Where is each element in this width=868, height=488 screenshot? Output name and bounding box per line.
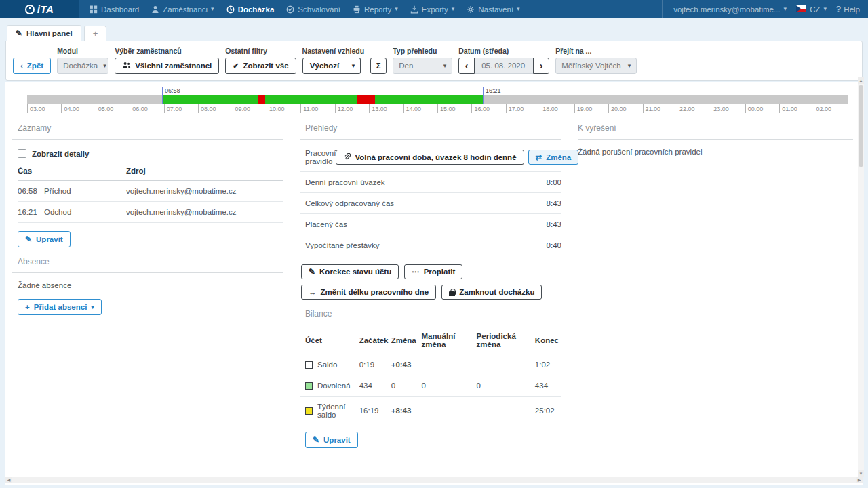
scroll-down-arrow-icon[interactable]: ▼ [858,470,864,477]
nav-item-zamestnanci[interactable]: Zaměstnanci ▾ [146,0,219,18]
type-select[interactable]: Den ▾ [393,58,452,74]
issues-title: K vyřešení [578,121,853,139]
date-prev-button[interactable]: ‹ [458,58,475,74]
date-next-button[interactable]: › [533,58,549,74]
issues-empty-text: Žádná porušení pracovních pravidel [578,140,853,157]
goto-label: Přejít na ... [555,47,637,55]
chevron-left-icon: ‹ [20,62,23,70]
timeline-tick: 03:00 [27,104,45,113]
stat-row: Vypočítané přestávky0:40 [300,235,561,256]
timeline-tick: 02:00 [814,104,832,113]
stat-label: Denní pracovní úvazek [305,178,385,186]
date-field[interactable]: 05. 08. 2020 [475,58,533,74]
main-content: 03:0004:0005:0006:0007:0008:0009:0010:00… [5,82,863,485]
divider [300,139,561,140]
nav-item-nastaveni[interactable]: Nastavení ▾ [461,0,525,18]
export-icon [410,5,418,14]
app-logo[interactable]: iTA [0,0,79,18]
stat-row: Placený čas8:43 [300,214,561,235]
issues-section: K vyřešení Žádná porušení pracovních pra… [578,121,853,448]
record-source: vojtech.merinsky@mobatime.cz [126,181,283,202]
view-caret-button[interactable]: ▾ [347,58,361,74]
user-menu[interactable]: vojtech.merinsky@mobatime... ▾ [673,5,787,14]
type-label: Typ přehledu [393,47,452,55]
sigma-button[interactable]: Σ [370,58,387,74]
tab-label: Hlavní panel [26,29,73,37]
timeline-bar[interactable] [27,95,848,104]
change-day-length-button[interactable]: ↔ Změnit délku pracovního dne [301,285,436,300]
records-section: Záznamy Zobrazit detaily Čas Zdroj 06:58… [12,121,283,448]
timeline-tick: 19:00 [574,104,593,113]
vertical-scrollbar-thumb[interactable] [859,85,863,167]
stat-value: 8:00 [547,178,561,186]
view-button[interactable]: Výchozí [302,58,347,74]
edit-balance-button[interactable]: ✎ Upravit [305,432,358,448]
nav-item-dashboard[interactable]: Dashboard [84,0,144,18]
add-tab-button[interactable]: + [84,26,107,41]
tab-hlavni-panel[interactable]: ✎ Hlavní panel [7,25,81,41]
timeline-tick: 00:00 [745,104,764,113]
user-icon [151,5,159,14]
goto-select[interactable]: Měřínský Vojtěch ▾ [555,58,637,74]
scroll-left-arrow-icon[interactable]: ◀ [5,477,12,483]
account-color-swatch [305,382,313,390]
chevron-left-icon: ‹ [465,60,469,71]
nav-label: Zaměstnanci [163,5,208,14]
change-rule-button[interactable]: ⇄ Změna [528,150,579,165]
nav-item-dochazka[interactable]: Docházka [221,0,280,18]
timeline-tick: 18:00 [540,104,558,113]
stat-label: Celkový odpracovaný čas [305,199,394,207]
language-menu[interactable]: CZ ▾ [796,5,827,14]
stat-label: Placený čas [305,220,347,228]
nav-item-exporty[interactable]: Exporty ▾ [405,0,460,18]
caret-down-icon: ▾ [823,6,827,12]
back-button[interactable]: ‹ Zpět [13,58,51,74]
nav-item-reporty[interactable]: Reporty ▾ [347,0,403,18]
show-details-checkbox[interactable] [18,149,26,158]
col-source: Zdroj [126,161,283,181]
timeline-tick: 23:00 [711,104,729,113]
lock-attendance-button[interactable]: Zamknout docházku [441,285,542,300]
main-menu: Dashboard Zaměstnanci ▾ Docházka Schvalo… [79,0,662,18]
scroll-up-arrow-icon[interactable]: ▲ [858,77,864,84]
pencil-icon: ✎ [309,268,315,276]
timeline-tick: 13:00 [369,104,387,113]
account-correction-button[interactable]: ✎ Korekce stavu účtu [301,264,399,279]
tab-bar: ✎ Hlavní panel + [5,18,863,41]
timeline-tick: 16:00 [471,104,490,113]
record-time: 16:21 - Odchod [18,202,126,223]
help-label: Help [844,5,860,14]
lock-icon [449,289,455,296]
scroll-right-arrow-icon[interactable]: ▶ [856,477,863,483]
printer-icon [353,5,361,14]
records-title: Záznamy [12,121,283,139]
timeline-tick: 05:00 [96,104,114,113]
payout-button[interactable]: ⋯ Proplatit [404,264,462,279]
caret-down-icon: ▾ [628,63,631,69]
caret-down-icon: ▾ [452,6,455,12]
timeline-tick: 15:00 [437,104,456,113]
stat-value: 8:43 [547,220,561,228]
balance-title: Bilance [300,300,561,325]
work-rule-button[interactable]: Volná pracovní doba, úvazek 8 hodin denn… [336,150,524,165]
caret-down-icon: ▾ [517,6,520,12]
timeline-tick: 11:00 [300,104,318,113]
nav-label: Exporty [422,5,448,14]
nav-label: Dashboard [101,5,139,14]
add-absence-button[interactable]: + Přidat absenci ▾ [18,299,102,315]
show-details-label: Zobrazit detaily [32,150,89,158]
vertical-scrollbar[interactable]: ▲ ▼ [858,77,864,477]
stat-row: Celkový odpracovaný čas8:43 [300,193,561,214]
divider [12,139,283,140]
timeline-tick: 08:00 [198,104,216,113]
edit-records-button[interactable]: ✎ Upravit [18,231,71,247]
worked-time-segment [163,95,484,104]
caret-down-icon: ▾ [784,6,787,12]
employees-button[interactable]: Všichni zaměstnanci [115,58,219,74]
clock-icon [226,5,235,14]
modul-select[interactable]: Docházka ▾ [57,58,108,74]
filters-button[interactable]: ✔ Zobrazit vše [225,58,296,74]
horizontal-scrollbar[interactable]: ◀ ▶ [5,477,863,483]
nav-item-schvalovani[interactable]: Schvalování [281,0,346,18]
help-link[interactable]: ? Help [836,5,860,14]
